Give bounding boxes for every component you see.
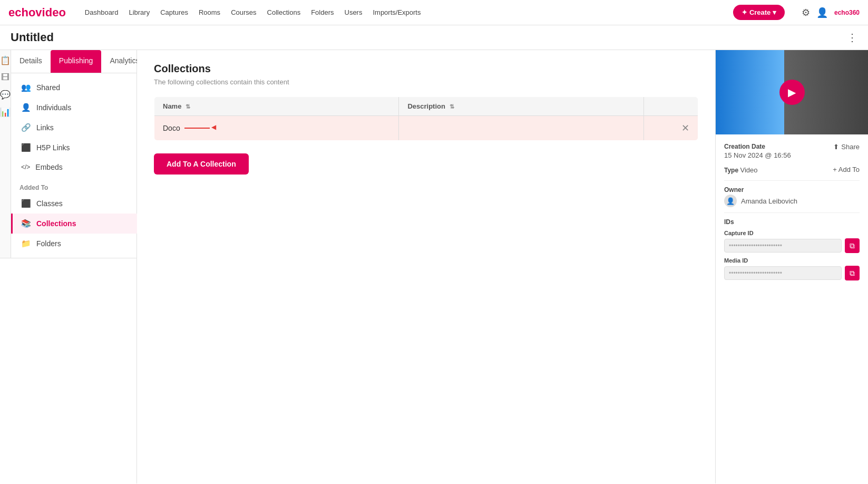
capture-id-field: ••••••••••••••••••••••••: [724, 239, 842, 253]
right-panel: ▶ Creation Date 15 Nov 2024 @ 16:56 ⬆ Sh…: [715, 50, 868, 483]
owner-label: Owner: [724, 186, 860, 193]
share-icon: ⬆: [833, 143, 839, 151]
main-layout: 📋 🎞 💬 📊 Details Publishing Analytics His…: [0, 50, 868, 483]
collections-subtitle: The following collections contain this c…: [154, 78, 698, 86]
links-icon: 🔗: [21, 123, 31, 132]
right-panel-body: Creation Date 15 Nov 2024 @ 16:56 ⬆ Shar…: [716, 134, 868, 293]
divider-1: [724, 180, 860, 181]
copy-capture-id-button[interactable]: ⧉: [845, 238, 860, 253]
red-arrow-annotation: [184, 125, 216, 131]
type-label: Type: [724, 167, 740, 174]
classes-icon: ⬛: [21, 199, 31, 208]
page-title-bar: Untitled ⋮: [0, 25, 868, 50]
collections-title: Collections: [154, 63, 698, 75]
folders-icon: 📁: [21, 239, 31, 248]
desc-sort-icon: ⇅: [450, 103, 454, 110]
nav-captures[interactable]: Captures: [156, 6, 192, 18]
collections-icon: 📚: [21, 219, 31, 228]
more-options-icon[interactable]: ⋮: [847, 31, 857, 44]
h5p-icon: ⬛: [21, 143, 31, 152]
content-area: Collections The following collections co…: [137, 50, 715, 483]
collections-table: Name ⇅ Description ⇅ Doco: [154, 96, 698, 141]
media-id-row: •••••••••••••••••••••••• ⧉: [724, 266, 860, 280]
nav-collections[interactable]: Collections: [263, 6, 305, 18]
nav-links: Dashboard Library Captures Rooms Courses…: [81, 6, 425, 18]
video-thumbnail[interactable]: ▶: [716, 50, 868, 134]
owner-avatar: 👤: [724, 195, 737, 207]
creation-date-label: Creation Date: [724, 143, 791, 150]
nav-library[interactable]: Library: [124, 6, 154, 18]
tab-details[interactable]: Details: [11, 50, 51, 73]
page-title: Untitled: [11, 31, 54, 44]
play-button[interactable]: ▶: [779, 80, 805, 105]
individuals-icon: 👤: [21, 103, 31, 112]
capture-id-row: •••••••••••••••••••••••• ⧉: [724, 238, 860, 253]
film-icon[interactable]: 🎞: [1, 73, 9, 82]
arrow-annotation: Doco: [163, 124, 390, 132]
logo-text: echovideo: [8, 6, 66, 20]
owner-name: Amanda Leibovich: [741, 197, 797, 205]
owner-row: 👤 Amanda Leibovich: [724, 195, 860, 207]
ids-section: Capture ID •••••••••••••••••••••••• ⧉ Me…: [724, 230, 860, 280]
creation-date-value: 15 Nov 2024 @ 16:56: [724, 151, 791, 159]
copy-media-id-button[interactable]: ⧉: [845, 266, 860, 280]
name-sort-icon: ⇅: [186, 103, 190, 110]
col-header-name[interactable]: Name ⇅: [154, 97, 399, 116]
add-to-collection-button[interactable]: Add To A Collection: [154, 153, 249, 175]
tab-publishing[interactable]: Publishing: [51, 50, 102, 73]
media-icon[interactable]: 📋: [0, 55, 11, 65]
chat-icon[interactable]: 💬: [0, 90, 11, 100]
ids-label: IDs: [724, 218, 860, 226]
logo[interactable]: echovideo: [8, 6, 66, 20]
creation-date-block: Creation Date 15 Nov 2024 @ 16:56: [724, 143, 791, 159]
shared-icon: 👥: [21, 83, 31, 92]
remove-collection-button[interactable]: ✕: [681, 122, 689, 134]
list-icon[interactable]: 📊: [0, 107, 11, 117]
col-header-description[interactable]: Description ⇅: [399, 97, 643, 116]
creation-row: Creation Date 15 Nov 2024 @ 16:56 ⬆ Shar…: [724, 143, 860, 159]
settings-icon[interactable]: ⚙: [802, 7, 810, 18]
media-id-label: Media ID: [724, 257, 860, 264]
nav-imports[interactable]: Imports/Exports: [368, 6, 425, 18]
collection-desc-cell: [399, 116, 643, 141]
nav-dashboard[interactable]: Dashboard: [81, 6, 123, 18]
type-block: Type Video: [724, 166, 757, 174]
collection-action-cell: ✕: [643, 116, 698, 141]
left-panel: 📋 🎞 💬 📊 Details Publishing Analytics His…: [0, 50, 137, 483]
user-icon[interactable]: 👤: [816, 7, 828, 18]
type-row: Type Video + Add To: [724, 166, 860, 174]
collection-name: Doco: [163, 124, 180, 132]
top-navigation: echovideo Dashboard Library Captures Roo…: [0, 0, 868, 25]
side-icons: 📋 🎞 💬 📊: [0, 50, 11, 258]
divider-2: [724, 212, 860, 213]
tabs-bar: 📋 🎞 💬 📊 Details Publishing Analytics His…: [0, 50, 136, 258]
nav-rooms[interactable]: Rooms: [194, 6, 225, 18]
table-row: Doco ✕: [154, 116, 698, 141]
share-button[interactable]: ⬆ Share: [833, 143, 860, 151]
nav-users[interactable]: Users: [340, 6, 367, 18]
capture-id-label: Capture ID: [724, 230, 860, 236]
col-header-action: [643, 97, 698, 116]
nav-folders[interactable]: Folders: [307, 6, 338, 18]
nav-icons: ⚙ 👤 echo360: [802, 7, 860, 18]
add-to-button[interactable]: + Add To: [833, 166, 860, 173]
embeds-icon: </>: [21, 163, 30, 171]
collection-name-cell: Doco: [154, 116, 399, 141]
nav-courses[interactable]: Courses: [227, 6, 260, 18]
type-value: Video: [740, 166, 757, 174]
user-label[interactable]: echo360: [834, 9, 860, 16]
media-id-field: ••••••••••••••••••••••••: [724, 266, 842, 280]
create-button[interactable]: ✦ Create ▾: [733, 5, 785, 20]
